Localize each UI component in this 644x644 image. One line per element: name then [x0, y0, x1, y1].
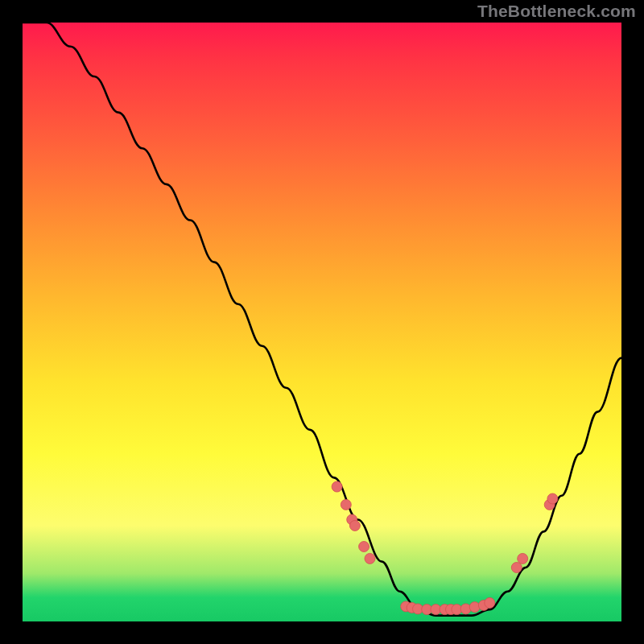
chart-gradient-background [23, 23, 621, 621]
watermark-text: TheBottleneck.com [477, 2, 636, 21]
chart-frame [23, 23, 621, 621]
